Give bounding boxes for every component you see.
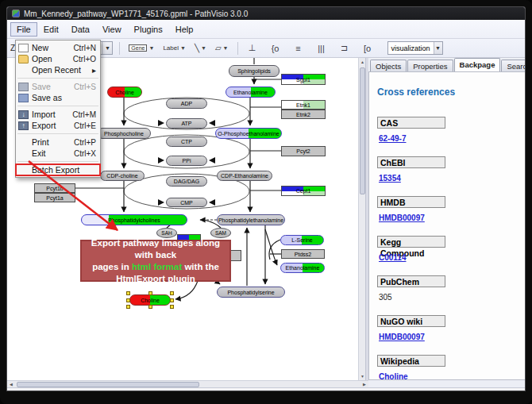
selection-handle[interactable]: [126, 291, 130, 295]
crossref-link-choline[interactable]: Choline: [379, 372, 526, 380]
line-tool-button[interactable]: ╲ ▼: [192, 41, 209, 56]
tab-backpage[interactable]: Backpage: [454, 58, 501, 71]
node-phosphocholine[interactable]: Phosphocholine: [97, 128, 151, 139]
node-cdp-ethanolamine[interactable]: CDP-Ethanolamine: [217, 171, 272, 181]
menu-edit[interactable]: Edit: [37, 22, 65, 37]
chevron-down-icon[interactable]: ▼: [180, 45, 186, 51]
file-menu-item-new[interactable]: NewCtrl+N: [16, 42, 100, 53]
chevron-down-icon[interactable]: ▼: [223, 45, 229, 51]
common-height-icon[interactable]: [o: [360, 44, 376, 53]
visualization-value: visualization: [388, 44, 434, 52]
selection-handle[interactable]: [170, 305, 174, 309]
node-pcyt2[interactable]: Pcyt2: [281, 146, 326, 156]
new-document-icon: [18, 44, 29, 52]
selection-handle[interactable]: [126, 298, 130, 302]
file-menu-item-save[interactable]: SaveCtrl+S: [16, 81, 100, 92]
node-label: L-Serine: [291, 237, 312, 243]
distribute-vertical-icon[interactable]: |||: [314, 44, 330, 53]
menu-file[interactable]: File: [10, 22, 37, 37]
node-label: Choline: [141, 298, 160, 303]
save-as-icon: [18, 94, 29, 102]
node-etnk1[interactable]: Etnk1: [281, 100, 326, 110]
align-center-icon[interactable]: ⊥: [245, 43, 260, 53]
chevron-down-icon[interactable]: ▼: [434, 42, 442, 54]
chevron-down-icon[interactable]: ▼: [148, 45, 154, 51]
save-icon: [18, 83, 29, 91]
crossref-link-hmdb00097[interactable]: HMDB00097: [379, 214, 526, 222]
file-menu-item-open[interactable]: OpenCtrl+O: [16, 53, 100, 64]
datanode-tool-button[interactable]: Gene ▼: [126, 41, 156, 56]
node-phosphatidylethanolamine[interactable]: Phosphatidylethanolamine: [217, 214, 285, 225]
menu-help[interactable]: Help: [169, 22, 200, 37]
crossref-link-62-49-7[interactable]: 62-49-7: [379, 134, 526, 143]
selection-handle[interactable]: [126, 305, 130, 309]
node-adp[interactable]: ADP: [166, 98, 207, 109]
crossref-section-pubchem: PubChem305: [377, 275, 526, 302]
node-choline[interactable]: Choline: [107, 87, 142, 98]
node-label: Choline: [115, 90, 134, 95]
file-menu-item-open-recent[interactable]: Open Recent▸: [16, 64, 100, 75]
file-menu-item-export[interactable]: ↑ExportCtrl+E: [16, 120, 100, 131]
chevron-down-icon[interactable]: ▼: [201, 45, 206, 51]
tab-properties[interactable]: Properties: [407, 60, 453, 71]
node-cmp[interactable]: CMP: [166, 198, 207, 207]
file-menu-item-exit[interactable]: ExitCtrl+X: [16, 148, 100, 159]
node-dag-dag[interactable]: DAG/DAG: [166, 176, 207, 187]
node-ptdss2[interactable]: Ptdss2: [281, 249, 325, 259]
selection-handle[interactable]: [148, 305, 152, 309]
file-menu-item-save-as[interactable]: Save as: [16, 92, 100, 103]
node-pcyt1a[interactable]: Pcyt1a: [34, 193, 75, 202]
node-sgpl1[interactable]: Sgpl1: [281, 74, 326, 85]
node-label: CDP-choline: [106, 173, 137, 179]
node-cept1[interactable]: Cept1: [281, 186, 326, 196]
menu-item-spacer: [18, 166, 29, 175]
node-l-serine[interactable]: L-Serine: [280, 235, 324, 245]
tab-objects[interactable]: Objects: [370, 60, 407, 71]
import-icon: ↓: [18, 110, 29, 119]
node-atp[interactable]: ATP: [166, 118, 207, 129]
selection-handle[interactable]: [170, 298, 174, 302]
backpage-content[interactable]: Cross references CAS62-49-7ChEBI15354HMD…: [368, 71, 526, 380]
node-pcyt1b[interactable]: Pcyt1b: [34, 183, 75, 193]
node-label: ADP: [181, 101, 192, 106]
horizontal-scrollbar[interactable]: ◀ ▶: [7, 380, 368, 387]
node-phosphatidylcholines[interactable]: Phosphatidylcholines: [81, 214, 187, 225]
distribute-horizontal-icon[interactable]: ≡: [291, 44, 306, 53]
horizontal-scroll-thumb[interactable]: [17, 382, 199, 387]
node-ethanolamine[interactable]: Ethanolamine: [226, 87, 276, 98]
crossref-link-hmdb00097[interactable]: HMDB00097: [379, 333, 526, 341]
selection-handle[interactable]: [148, 291, 152, 295]
pathvisio-logo-icon: [12, 10, 20, 17]
menu-view[interactable]: View: [96, 22, 128, 37]
node-choline[interactable]: Choline: [129, 294, 171, 306]
menu-plugins[interactable]: Plugins: [128, 22, 169, 37]
node-o-phosphoethanolamine[interactable]: O-Phosphoethanolamine: [215, 128, 282, 139]
node-phosphatidylserine[interactable]: Phosphatidylserine: [217, 287, 285, 298]
menu-data[interactable]: Data: [65, 22, 96, 37]
tab-search[interactable]: Search: [501, 60, 526, 71]
node-label: Cept1: [296, 188, 311, 194]
crossref-link-15354[interactable]: 15354: [379, 174, 526, 183]
title-bar[interactable]: Mm_Kennedy_pathway_WP1771_45176.gpml - P…: [7, 7, 525, 20]
align-middle-icon[interactable]: {o: [268, 44, 283, 53]
node-ethanolamine[interactable]: Ethanolamine: [280, 263, 325, 273]
chevron-down-icon[interactable]: ▼: [102, 42, 112, 54]
node-etnk2[interactable]: Etnk2: [281, 110, 326, 119]
node-sphingolipids[interactable]: Sphingolipids: [229, 65, 279, 77]
file-menu-item-import[interactable]: ↓ImportCtrl+M: [16, 109, 100, 120]
label-tool-button[interactable]: Label ▼: [160, 41, 188, 56]
node-cdp-choline[interactable]: CDP-choline: [100, 171, 145, 181]
selection-handle[interactable]: [170, 291, 174, 295]
shape-tool-button[interactable]: ▱ ▼: [213, 41, 231, 56]
crossref-link-c00114[interactable]: C00114: [379, 253, 526, 262]
visualization-combobox[interactable]: visualization ▼: [387, 41, 443, 55]
file-menu-item-batch-export[interactable]: Batch Export: [16, 164, 100, 175]
vertical-scroll-thumb[interactable]: [360, 67, 365, 194]
node-ctp[interactable]: CTP: [166, 137, 207, 147]
vertical-scrollbar[interactable]: ▲ ▼: [358, 58, 365, 380]
toolbar-separator: [237, 42, 238, 55]
node-ppi[interactable]: PPi: [166, 156, 207, 166]
common-width-icon[interactable]: ⊐: [337, 43, 353, 53]
crossref-value-305: 305: [379, 293, 526, 302]
file-menu-item-print[interactable]: PrintCtrl+P: [16, 137, 100, 148]
